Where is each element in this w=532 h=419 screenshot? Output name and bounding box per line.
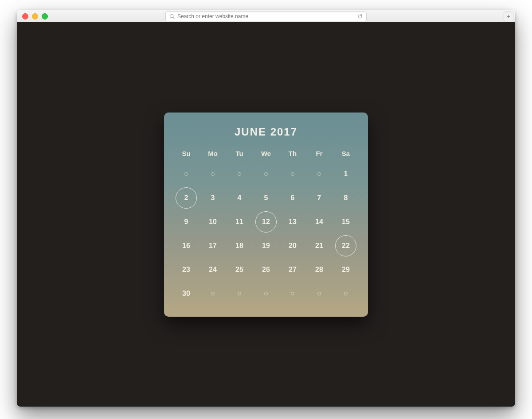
calendar-day[interactable]: 22	[332, 235, 359, 256]
browser-window: + JUNE 2017 SuMoTuWeThFrSa 1234567891011…	[17, 10, 515, 407]
empty-day-icon	[264, 172, 268, 176]
calendar-day[interactable]: 19	[253, 235, 279, 256]
calendar-title: JUNE 2017	[173, 126, 359, 138]
calendar-day[interactable]: 8	[332, 187, 359, 209]
calendar-day-empty	[306, 283, 332, 304]
calendar-week-row: 1	[173, 163, 359, 185]
calendar-day[interactable]: 3	[200, 187, 226, 209]
calendar-day[interactable]: 1	[332, 163, 359, 185]
empty-day-icon	[211, 172, 215, 176]
calendar-day[interactable]: 15	[332, 211, 359, 233]
calendar-week-row: 2345678	[173, 187, 359, 209]
calendar-week-row: 23242526272829	[173, 259, 359, 280]
calendar-week-row: 30	[173, 283, 359, 304]
zoom-window-button[interactable]	[42, 13, 48, 19]
calendar-day-empty	[226, 283, 253, 304]
empty-day-icon	[291, 172, 294, 176]
search-icon	[169, 14, 175, 19]
calendar-day[interactable]: 5	[253, 187, 279, 209]
calendar-day[interactable]: 13	[279, 211, 306, 233]
calendar-day[interactable]: 9	[173, 211, 200, 233]
close-window-button[interactable]	[22, 13, 28, 19]
calendar-day[interactable]: 25	[226, 259, 253, 280]
weekday-label: We	[253, 146, 279, 161]
calendar-day[interactable]: 11	[226, 211, 253, 233]
calendar-day[interactable]: 21	[306, 235, 332, 256]
calendar-day-empty	[226, 163, 253, 185]
calendar-day[interactable]: 18	[226, 235, 253, 256]
calendar-week-row: 9101112131415	[173, 211, 359, 233]
calendar-week-row: 16171819202122	[173, 235, 359, 256]
page-viewport: JUNE 2017 SuMoTuWeThFrSa 123456789101112…	[17, 22, 515, 407]
empty-day-icon	[317, 292, 321, 295]
address-input[interactable]	[177, 13, 357, 19]
calendar-day[interactable]: 12	[253, 211, 279, 233]
calendar-day[interactable]: 10	[200, 211, 226, 233]
calendar-day[interactable]: 16	[173, 235, 200, 256]
calendar-day[interactable]: 14	[306, 211, 332, 233]
weekday-header-row: SuMoTuWeThFrSa	[173, 146, 359, 161]
empty-day-icon	[344, 292, 348, 295]
calendar-day-empty	[279, 163, 306, 185]
empty-day-icon	[211, 292, 215, 295]
calendar-day[interactable]: 28	[306, 259, 332, 280]
weekday-label: Fr	[306, 146, 332, 161]
weekday-label: Su	[173, 146, 200, 161]
weekday-label: Sa	[332, 146, 359, 161]
calendar-day[interactable]: 23	[173, 259, 200, 280]
minimize-window-button[interactable]	[32, 13, 38, 19]
empty-day-icon	[317, 172, 321, 176]
calendar-day[interactable]: 6	[279, 187, 306, 209]
weekday-label: Tu	[226, 146, 253, 161]
calendar-day-empty	[173, 163, 200, 185]
calendar-day[interactable]: 26	[253, 259, 279, 280]
empty-day-icon	[291, 292, 294, 295]
window-controls	[22, 13, 48, 19]
calendar-day[interactable]: 20	[279, 235, 306, 256]
svg-line-1	[173, 17, 174, 19]
empty-day-icon	[184, 172, 188, 176]
empty-day-icon	[238, 172, 241, 176]
calendar-day-empty	[279, 283, 306, 304]
calendar-day[interactable]: 17	[200, 235, 226, 256]
calendar-day-empty	[332, 283, 359, 304]
calendar-day-empty	[200, 283, 226, 304]
calendar-day[interactable]: 7	[306, 187, 332, 209]
titlebar: +	[17, 10, 515, 23]
calendar-day-empty	[253, 163, 279, 185]
calendar-day[interactable]: 24	[200, 259, 226, 280]
calendar-day-empty	[200, 163, 226, 185]
calendar-day[interactable]: 29	[332, 259, 359, 280]
address-bar[interactable]	[165, 12, 367, 21]
calendar-day-empty	[253, 283, 279, 304]
new-tab-button[interactable]: +	[504, 12, 513, 21]
calendar-day-empty	[306, 163, 332, 185]
reload-icon[interactable]	[357, 14, 363, 19]
calendar-day[interactable]: 27	[279, 259, 306, 280]
empty-day-icon	[238, 292, 241, 295]
calendar-widget: JUNE 2017 SuMoTuWeThFrSa 123456789101112…	[164, 113, 368, 317]
calendar-day[interactable]: 30	[173, 283, 200, 304]
calendar-day[interactable]: 4	[226, 187, 253, 209]
empty-day-icon	[264, 292, 268, 295]
calendar-day[interactable]: 2	[173, 187, 200, 209]
plus-icon: +	[507, 13, 510, 19]
weekday-label: Th	[279, 146, 306, 161]
weekday-label: Mo	[200, 146, 226, 161]
